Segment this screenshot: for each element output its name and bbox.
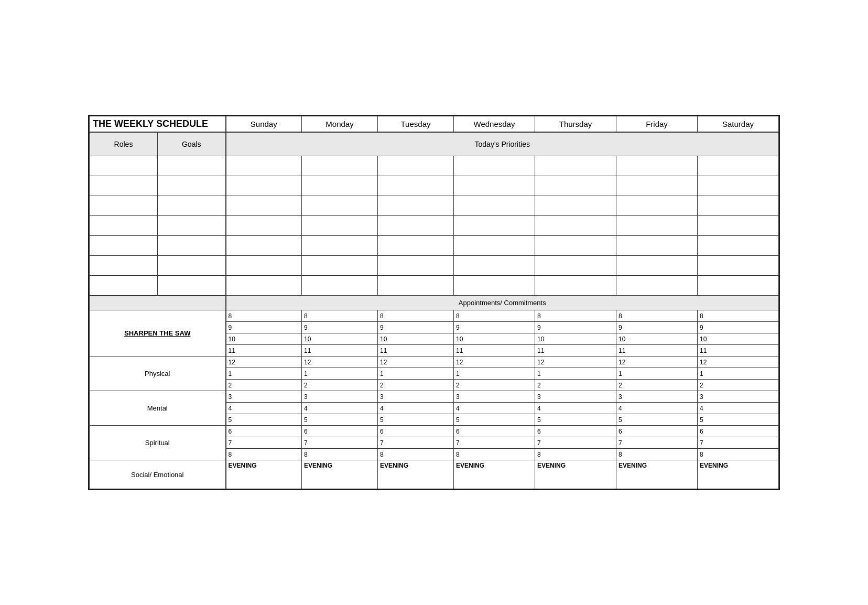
evening-fri[interactable]: EVENING <box>616 460 698 489</box>
time-8pm-wed[interactable]: 8 <box>454 449 535 460</box>
time-5-wed[interactable]: 5 <box>454 414 535 426</box>
time-5-thu[interactable]: 5 <box>535 414 616 426</box>
time-1-wed[interactable]: 1 <box>454 368 535 380</box>
priority-3-wed[interactable] <box>454 196 535 216</box>
priority-6-thu[interactable] <box>535 256 616 276</box>
time-7-sun[interactable]: 7 <box>226 437 302 449</box>
time-2-sat[interactable]: 2 <box>698 380 779 391</box>
time-12-sun[interactable]: 12 <box>226 356 302 368</box>
role-4[interactable] <box>90 216 158 236</box>
time-8-mon[interactable]: 8 <box>302 310 378 322</box>
priority-7-tue[interactable] <box>378 276 454 296</box>
role-5[interactable] <box>90 236 158 256</box>
goal-7[interactable] <box>158 276 226 296</box>
time-11-sun[interactable]: 11 <box>226 345 302 356</box>
time-10-fri[interactable]: 10 <box>616 333 698 345</box>
priority-4-tue[interactable] <box>378 216 454 236</box>
priority-3-mon[interactable] <box>302 196 378 216</box>
time-4-thu[interactable]: 4 <box>535 403 616 414</box>
goal-2[interactable] <box>158 176 226 196</box>
goal-1[interactable] <box>158 156 226 176</box>
priority-2-fri[interactable] <box>616 176 698 196</box>
role-1[interactable] <box>90 156 158 176</box>
time-7-tue[interactable]: 7 <box>378 437 454 449</box>
goal-4[interactable] <box>158 216 226 236</box>
time-3-tue[interactable]: 3 <box>378 391 454 403</box>
time-1-mon[interactable]: 1 <box>302 368 378 380</box>
priority-3-sun[interactable] <box>226 196 302 216</box>
time-8pm-fri[interactable]: 8 <box>616 449 698 460</box>
time-12-fri[interactable]: 12 <box>616 356 698 368</box>
priority-3-fri[interactable] <box>616 196 698 216</box>
time-2-mon[interactable]: 2 <box>302 380 378 391</box>
time-10-wed[interactable]: 10 <box>454 333 535 345</box>
time-8-tue[interactable]: 8 <box>378 310 454 322</box>
priority-4-mon[interactable] <box>302 216 378 236</box>
time-4-wed[interactable]: 4 <box>454 403 535 414</box>
time-5-sun[interactable]: 5 <box>226 414 302 426</box>
goal-5[interactable] <box>158 236 226 256</box>
time-3-sat[interactable]: 3 <box>698 391 779 403</box>
time-1-sat[interactable]: 1 <box>698 368 779 380</box>
priority-4-thu[interactable] <box>535 216 616 236</box>
priority-2-sat[interactable] <box>698 176 779 196</box>
time-10-sun[interactable]: 10 <box>226 333 302 345</box>
time-11-tue[interactable]: 11 <box>378 345 454 356</box>
time-6-wed[interactable]: 6 <box>454 426 535 437</box>
priority-4-wed[interactable] <box>454 216 535 236</box>
priority-5-thu[interactable] <box>535 236 616 256</box>
time-6-thu[interactable]: 6 <box>535 426 616 437</box>
time-7-thu[interactable]: 7 <box>535 437 616 449</box>
time-7-wed[interactable]: 7 <box>454 437 535 449</box>
priority-5-wed[interactable] <box>454 236 535 256</box>
time-9-mon[interactable]: 9 <box>302 322 378 333</box>
evening-sun[interactable]: EVENING <box>226 460 302 489</box>
priority-2-wed[interactable] <box>454 176 535 196</box>
priority-7-mon[interactable] <box>302 276 378 296</box>
time-4-tue[interactable]: 4 <box>378 403 454 414</box>
priority-5-fri[interactable] <box>616 236 698 256</box>
priority-7-sat[interactable] <box>698 276 779 296</box>
evening-tue[interactable]: EVENING <box>378 460 454 489</box>
time-11-sat[interactable]: 11 <box>698 345 779 356</box>
time-8pm-tue[interactable]: 8 <box>378 449 454 460</box>
time-9-thu[interactable]: 9 <box>535 322 616 333</box>
time-3-thu[interactable]: 3 <box>535 391 616 403</box>
priority-6-fri[interactable] <box>616 256 698 276</box>
time-8-thu[interactable]: 8 <box>535 310 616 322</box>
time-9-sat[interactable]: 9 <box>698 322 779 333</box>
priority-1-sat[interactable] <box>698 156 779 176</box>
time-4-fri[interactable]: 4 <box>616 403 698 414</box>
time-4-sat[interactable]: 4 <box>698 403 779 414</box>
priority-2-thu[interactable] <box>535 176 616 196</box>
time-8pm-mon[interactable]: 8 <box>302 449 378 460</box>
priority-5-tue[interactable] <box>378 236 454 256</box>
role-2[interactable] <box>90 176 158 196</box>
time-8-wed[interactable]: 8 <box>454 310 535 322</box>
priority-1-mon[interactable] <box>302 156 378 176</box>
time-9-wed[interactable]: 9 <box>454 322 535 333</box>
time-8pm-sat[interactable]: 8 <box>698 449 779 460</box>
evening-mon[interactable]: EVENING <box>302 460 378 489</box>
time-9-fri[interactable]: 9 <box>616 322 698 333</box>
priority-5-sat[interactable] <box>698 236 779 256</box>
time-5-sat[interactable]: 5 <box>698 414 779 426</box>
time-10-tue[interactable]: 10 <box>378 333 454 345</box>
priority-6-wed[interactable] <box>454 256 535 276</box>
time-2-fri[interactable]: 2 <box>616 380 698 391</box>
priority-6-sun[interactable] <box>226 256 302 276</box>
time-7-mon[interactable]: 7 <box>302 437 378 449</box>
time-4-sun[interactable]: 4 <box>226 403 302 414</box>
time-1-tue[interactable]: 1 <box>378 368 454 380</box>
priority-6-mon[interactable] <box>302 256 378 276</box>
priority-6-sat[interactable] <box>698 256 779 276</box>
time-5-fri[interactable]: 5 <box>616 414 698 426</box>
priority-3-sat[interactable] <box>698 196 779 216</box>
time-5-mon[interactable]: 5 <box>302 414 378 426</box>
priority-1-tue[interactable] <box>378 156 454 176</box>
goal-3[interactable] <box>158 196 226 216</box>
time-10-mon[interactable]: 10 <box>302 333 378 345</box>
priority-2-mon[interactable] <box>302 176 378 196</box>
time-9-tue[interactable]: 9 <box>378 322 454 333</box>
time-8pm-thu[interactable]: 8 <box>535 449 616 460</box>
